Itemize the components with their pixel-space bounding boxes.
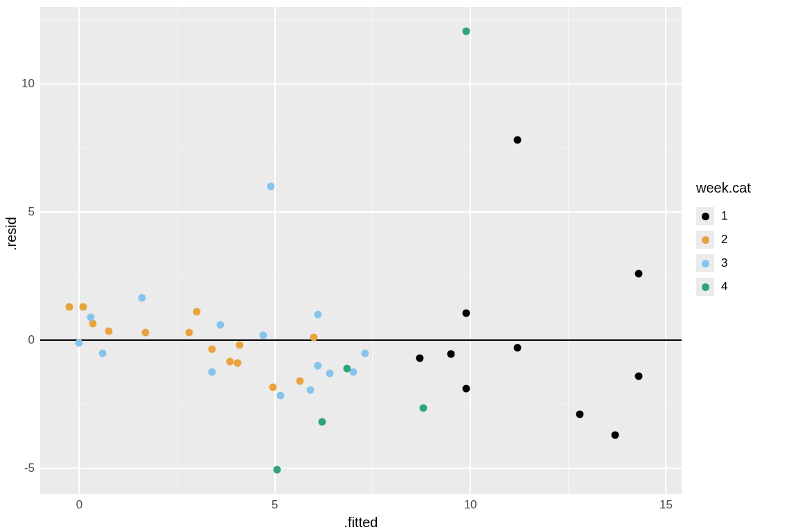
grid-minor-h [40, 276, 682, 276]
legend-key [696, 254, 714, 272]
grid-major-v [665, 7, 666, 494]
grid-minor-v [372, 7, 373, 494]
data-point [185, 328, 193, 336]
data-point [99, 349, 107, 357]
grid-minor-v [177, 7, 177, 494]
data-point [66, 303, 73, 310]
grid-minor-h [40, 404, 682, 405]
data-point [576, 411, 584, 418]
data-point [463, 310, 470, 317]
grid-minor-h [40, 148, 682, 148]
data-point [273, 466, 281, 473]
data-point [361, 349, 369, 357]
grid-major-h [40, 211, 682, 213]
y-tick-label: 5 [28, 205, 35, 219]
data-point [314, 311, 321, 319]
data-point [216, 321, 224, 328]
data-point [306, 387, 314, 394]
grid-major-h [40, 468, 682, 469]
data-point [344, 364, 351, 372]
data-point [513, 136, 521, 144]
data-point [105, 328, 112, 335]
zero-hline [40, 339, 682, 341]
data-point [209, 369, 216, 376]
data-point [513, 344, 521, 352]
legend-item: 4 [696, 275, 751, 299]
legend-dot [702, 236, 709, 244]
y-tick-label: 0 [28, 333, 35, 347]
data-point [416, 354, 423, 362]
x-axis-title: .fitted [344, 515, 378, 531]
legend-label: 1 [721, 209, 727, 223]
data-point [226, 358, 233, 366]
legend-label: 4 [721, 280, 727, 294]
y-axis-title: .resid [3, 217, 19, 251]
legend-dot [702, 260, 709, 267]
grid-minor-v [568, 7, 569, 494]
y-tick-label: -5 [24, 461, 35, 475]
legend-label: 2 [721, 233, 727, 247]
data-point [463, 385, 470, 393]
legend-label: 3 [721, 256, 727, 270]
data-point [138, 294, 145, 301]
scatter-chart: week.cat 1234 .fitted .resid 051015-5051… [0, 0, 798, 532]
x-tick-label: 5 [272, 498, 278, 512]
data-point [142, 328, 150, 336]
data-point [318, 418, 326, 426]
y-tick-label: 10 [21, 77, 35, 91]
data-point [447, 351, 454, 358]
grid-major-v [274, 7, 276, 494]
grid-major-v [78, 7, 80, 494]
data-point [236, 342, 243, 349]
legend: week.cat 1234 [696, 180, 751, 299]
legend-item: 3 [696, 251, 751, 275]
data-point [420, 405, 427, 412]
data-point [76, 339, 83, 346]
data-point [277, 391, 285, 399]
grid-major-v [470, 7, 471, 494]
data-point [87, 313, 95, 321]
legend-item: 2 [696, 228, 751, 251]
legend-dot [702, 283, 709, 291]
grid-major-h [40, 83, 682, 85]
legend-title: week.cat [696, 180, 751, 196]
x-tick-label: 10 [464, 498, 477, 512]
data-point [234, 360, 242, 367]
data-point [635, 372, 642, 380]
legend-item: 1 [696, 204, 751, 228]
data-point [314, 362, 321, 370]
legend-key [696, 207, 714, 225]
x-tick-label: 0 [76, 498, 82, 512]
data-point [269, 384, 276, 391]
plot-panel [40, 7, 682, 494]
data-point [259, 331, 267, 339]
data-point [80, 303, 87, 310]
grid-minor-h [40, 19, 682, 20]
data-point [193, 308, 200, 316]
data-point [326, 370, 333, 378]
data-point [635, 269, 642, 277]
legend-dot [702, 213, 709, 220]
data-point [463, 28, 470, 35]
data-point [612, 431, 619, 438]
x-tick-label: 15 [659, 498, 673, 512]
data-point [296, 378, 304, 385]
legend-key [696, 231, 714, 249]
legend-key [696, 278, 714, 296]
data-point [310, 334, 318, 342]
data-point [209, 345, 216, 353]
data-point [267, 183, 275, 190]
